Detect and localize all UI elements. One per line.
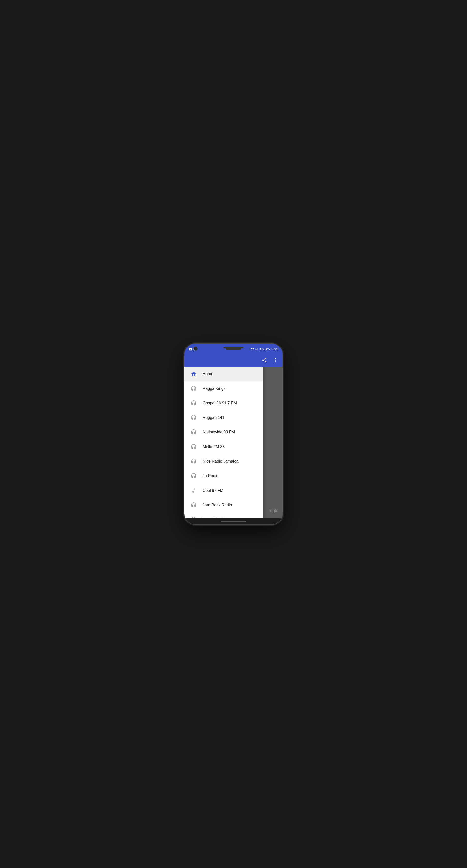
drawer-item-label-ja-radio: Ja Radio xyxy=(203,474,218,478)
speaker xyxy=(226,348,241,350)
drawer-item-jam-rock-radio[interactable]: Jam Rock Radio xyxy=(184,498,263,513)
svg-rect-1 xyxy=(256,349,257,350)
more-dots-icon xyxy=(275,358,276,363)
clock: 19:26 xyxy=(271,347,279,351)
drawer-item-label-nice-radio-jamaica: Nice Radio Jamaica xyxy=(203,459,238,464)
drawer-item-nationwide-90[interactable]: Nationwide 90 FM xyxy=(184,425,263,439)
music-note-icon-cool-97-fm xyxy=(189,488,198,493)
drawer-item-mello-fm-88[interactable]: Mello FM 88 xyxy=(184,439,263,454)
wifi-icon xyxy=(251,347,254,351)
bottom-nav-bar xyxy=(184,518,283,524)
battery-percent: 36% xyxy=(259,348,265,351)
drawer-item-label-cool-97-fm: Cool 97 FM xyxy=(203,488,224,493)
home-indicator xyxy=(221,521,246,522)
drawer-item-ja-radio[interactable]: Ja Radio xyxy=(184,469,263,483)
svg-rect-2 xyxy=(257,349,257,350)
drawer-item-home[interactable]: Home xyxy=(184,367,263,381)
headphones-icon-nice-radio-jamaica xyxy=(189,458,198,464)
headphones-icon-jam-rock-radio xyxy=(189,502,198,508)
drawer-item-nice-radio-jamaica[interactable]: Nice Radio Jamaica xyxy=(184,454,263,469)
image-notif-icon xyxy=(188,347,192,351)
phone-frame: 36% 19:26 xyxy=(184,344,283,524)
drawer-item-reggae-141[interactable]: Reggae 141 xyxy=(184,410,263,425)
headphones-icon-ragga-kings xyxy=(189,385,198,392)
svg-rect-5 xyxy=(269,349,270,349)
signal-icon xyxy=(255,347,258,351)
drawer-item-label-gospel-ja: Gospel JA 91.7 FM xyxy=(203,401,237,405)
app-bar-actions xyxy=(259,355,281,365)
drawer-item-label-love-101-fm: Love 101 FM xyxy=(203,517,226,518)
drawer-item-cool-97-fm[interactable]: Cool 97 FM xyxy=(184,483,263,498)
drawer-item-label-home: Home xyxy=(203,372,213,376)
share-icon xyxy=(262,358,267,363)
headphones-icon-ja-radio xyxy=(189,473,198,479)
more-options-button[interactable] xyxy=(270,355,281,365)
headphones-icon-reggae-141 xyxy=(189,415,198,421)
drawer-item-love-101-fm[interactable]: Love 101 FM xyxy=(184,513,263,518)
content-area: ogle HomeRagga KingsGospel JA 91.7 FMReg… xyxy=(184,367,283,518)
drawer-item-gospel-ja[interactable]: Gospel JA 91.7 FM xyxy=(184,396,263,410)
drawer-item-label-nationwide-90: Nationwide 90 FM xyxy=(203,430,235,434)
share-button[interactable] xyxy=(259,355,269,365)
headphones-icon-mello-fm-88 xyxy=(189,444,198,450)
drawer-item-label-reggae-141: Reggae 141 xyxy=(203,415,225,420)
drawer-item-label-jam-rock-radio: Jam Rock Radio xyxy=(203,503,232,507)
battery-icon xyxy=(266,348,270,351)
svg-rect-6 xyxy=(266,349,267,350)
drawer-item-label-ragga-kings: Ragga Kings xyxy=(203,386,226,391)
drawer-item-label-mello-fm-88: Mello FM 88 xyxy=(203,444,225,449)
status-right: 36% 19:26 xyxy=(251,347,279,351)
headphones-icon-love-101-fm xyxy=(189,517,198,518)
drawer-item-ragga-kings[interactable]: Ragga Kings xyxy=(184,381,263,396)
svg-rect-0 xyxy=(255,350,256,350)
camera xyxy=(194,347,198,351)
navigation-drawer: HomeRagga KingsGospel JA 91.7 FMReggae 1… xyxy=(184,367,263,518)
app-bar xyxy=(184,353,283,367)
headphones-icon-gospel-ja xyxy=(189,400,198,406)
drawer-scrim[interactable] xyxy=(263,367,283,518)
headphones-icon-nationwide-90 xyxy=(189,429,198,435)
home-icon-home xyxy=(189,371,198,377)
svg-rect-3 xyxy=(257,348,258,350)
